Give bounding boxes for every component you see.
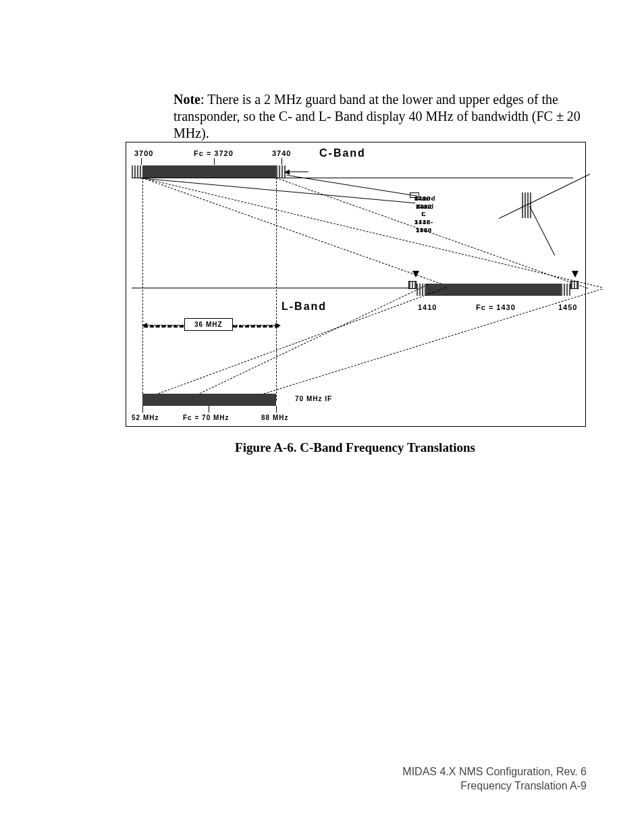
axis-line <box>132 178 573 178</box>
tick <box>209 406 209 413</box>
cband-left-freq: 3700 <box>134 149 153 157</box>
vguide <box>142 178 143 400</box>
figure-caption: Figure A-6. C-Band Frequency Translation… <box>126 440 585 455</box>
arrowhead-down <box>412 271 419 278</box>
tick <box>142 406 143 413</box>
marker-square <box>570 281 579 289</box>
dotted <box>144 325 184 325</box>
note-body: : There is a 2 MHz guard band at the low… <box>173 92 581 140</box>
if-bar <box>142 394 276 406</box>
if-fc: Fc = 70 MHz <box>183 414 230 421</box>
if-title: 70 MHz IF <box>295 395 332 402</box>
lband-title: L-Band <box>281 301 327 313</box>
figure-a6-diagram: 3700 Fc = 3720 3740 C-Band Guard Band 37… <box>126 142 586 427</box>
note-bold: Note <box>173 92 200 107</box>
lband-fc: Fc = 1430 <box>476 303 516 311</box>
label-36mhz: 36 MHZ <box>184 318 233 331</box>
tick <box>276 406 277 413</box>
cband-bar <box>142 165 276 178</box>
tick <box>141 158 142 165</box>
tick <box>214 158 215 165</box>
if-right: 88 MHz <box>261 414 288 421</box>
footer-line1: MIDAS 4.X NMS Configuration, Rev. 6 <box>402 764 587 779</box>
dotted <box>248 325 276 325</box>
gb-l: 1410-1412 L 1448-1450 <box>414 195 433 234</box>
arrow <box>288 172 308 172</box>
cband-fc: Fc = 3720 <box>194 149 234 157</box>
vguide <box>276 178 277 400</box>
guard-hatch <box>561 284 570 296</box>
lband-bar <box>426 284 561 296</box>
lband-left: 1410 <box>418 303 437 311</box>
cband-title: C-Band <box>319 147 366 159</box>
marker-square <box>408 281 417 289</box>
arrowhead-down <box>572 271 579 278</box>
map-dash <box>142 178 602 288</box>
page-footer: MIDAS 4.X NMS Configuration, Rev. 6 Freq… <box>402 764 587 793</box>
guard-hatch <box>132 165 142 178</box>
tick <box>281 158 282 165</box>
note-paragraph: Note: There is a 2 MHz guard band at the… <box>173 91 587 142</box>
leader <box>529 206 555 256</box>
lband-right: 1450 <box>558 303 577 311</box>
leader <box>499 174 590 219</box>
if-left: 52 MHz <box>132 414 159 421</box>
cband-right-freq: 3740 <box>272 149 291 157</box>
footer-line2: Frequency Translation A-9 <box>402 779 587 793</box>
